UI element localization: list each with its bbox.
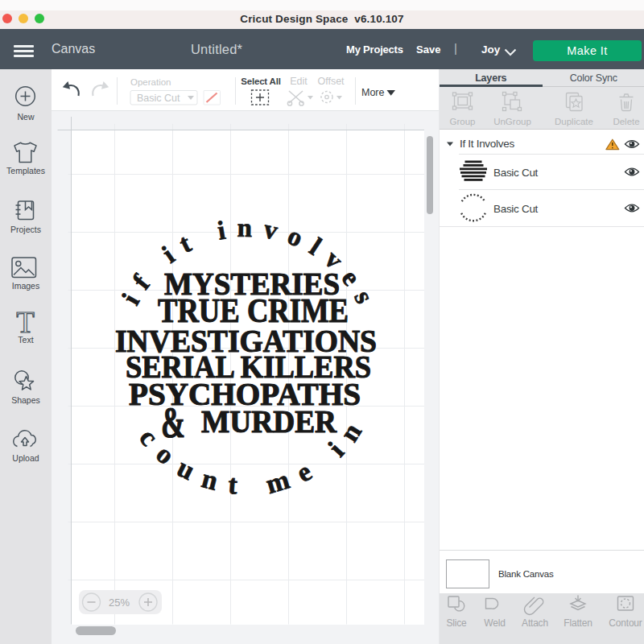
svg-text:Edit: Edit [290, 76, 308, 87]
svg-text:Offset: Offset [317, 76, 345, 87]
svg-text:Basic Cut: Basic Cut [137, 93, 180, 104]
svg-text:Templates: Templates [6, 166, 45, 175]
svg-text:Select All: Select All [241, 76, 280, 86]
svg-text:Projects: Projects [10, 225, 41, 234]
svg-text:&: & [161, 398, 185, 447]
svg-text:Text: Text [18, 335, 33, 345]
svg-text:New: New [17, 112, 34, 122]
svg-text:25%: 25% [109, 597, 130, 609]
svg-text:Images: Images [12, 281, 39, 291]
svg-text:Shapes: Shapes [11, 395, 40, 405]
svg-text:T: T [16, 306, 35, 339]
svg-text:Operation: Operation [130, 77, 171, 87]
svg-text:Upload: Upload [12, 453, 39, 463]
svg-text:MURDER: MURDER [201, 403, 337, 440]
svg-text:More: More [361, 87, 385, 98]
